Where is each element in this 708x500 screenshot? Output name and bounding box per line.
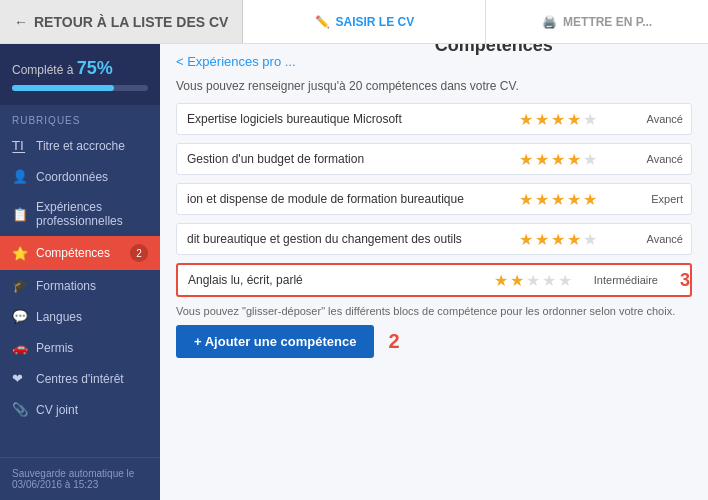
star-2: ★: [510, 271, 524, 290]
breadcrumb-back[interactable]: < Expériences pro ...: [176, 54, 296, 69]
stars-rating[interactable]: ★ ★ ★ ★ ★: [513, 230, 603, 249]
sidebar-item-cvjoint[interactable]: 📎 CV joint: [0, 394, 160, 425]
page-title: Compétences: [296, 44, 692, 60]
competence-row: ★ ★ ★ ★ ★ Expert: [176, 183, 692, 215]
layout-icon: 🖨️: [542, 15, 557, 29]
star-1: ★: [494, 271, 508, 290]
content-subtitle: Vous pouvez renseigner jusqu'à 20 compét…: [160, 73, 708, 103]
saisir-cv-tab[interactable]: ✏️ SAISIR LE CV: [243, 0, 486, 43]
level-label: Avancé: [611, 233, 691, 245]
sidebar-item-label: Formations: [36, 279, 96, 293]
star-3: ★: [551, 230, 565, 249]
competence-row: ★ ★ ★ ★ ★ Avancé: [176, 223, 692, 255]
back-icon: ←: [14, 14, 28, 30]
star-4: ★: [567, 190, 581, 209]
stars-rating[interactable]: ★ ★ ★ ★ ★: [488, 271, 578, 290]
completion-bar-background: [12, 85, 148, 91]
level-label: Intermédiaire: [586, 274, 666, 286]
add-button-label: + Ajouter une compétence: [194, 334, 356, 349]
completion-box: Complété à 75%: [0, 44, 160, 105]
completion-label: Complété à: [12, 63, 73, 77]
stars-rating[interactable]: ★ ★ ★ ★ ★: [513, 110, 603, 129]
graduation-icon: 🎓: [12, 278, 28, 293]
person-icon: 👤: [12, 169, 28, 184]
star-icon: ⭐: [12, 246, 28, 261]
sidebar-item-formations[interactable]: 🎓 Formations: [0, 270, 160, 301]
competences-list: ★ ★ ★ ★ ★ Avancé ★ ★ ★ ★ ★ Avancé: [160, 103, 708, 297]
star-3: ★: [551, 110, 565, 129]
sidebar-item-coordonnees[interactable]: 👤 Coordonnées: [0, 161, 160, 192]
speech-icon: 💬: [12, 309, 28, 324]
rubriques-label: RUBRIQUES: [0, 105, 160, 130]
content-area: < Expériences pro ... Compétences Vous p…: [160, 44, 708, 500]
top-navigation: ← RETOUR À LA LISTE DES CV ✏️ SAISIR LE …: [0, 0, 708, 44]
briefcase-icon: 📋: [12, 207, 28, 222]
sidebar-item-langues[interactable]: 💬 Langues: [0, 301, 160, 332]
star-1: ★: [519, 190, 533, 209]
completion-percentage: 75%: [77, 58, 113, 78]
sidebar-item-label: Titre et accroche: [36, 139, 125, 153]
star-2: ★: [535, 230, 549, 249]
sidebar-item-label: Permis: [36, 341, 73, 355]
competence-row: ★ ★ ★ ★ ★ Avancé: [176, 143, 692, 175]
star-2: ★: [535, 150, 549, 169]
star-3: ★: [551, 190, 565, 209]
star-2: ★: [535, 190, 549, 209]
level-label: Avancé: [611, 153, 691, 165]
sidebar-item-label: CV joint: [36, 403, 78, 417]
sidebar-item-centres[interactable]: ❤ Centres d'intérêt: [0, 363, 160, 394]
star-1: ★: [519, 110, 533, 129]
sidebar-item-label: Langues: [36, 310, 82, 324]
star-4: ★: [542, 271, 556, 290]
mettre-label: METTRE EN P...: [563, 15, 652, 29]
paperclip-icon: 📎: [12, 402, 28, 417]
sidebar-item-titre[interactable]: T̲I̲ Titre et accroche: [0, 130, 160, 161]
annotation-2: 2: [388, 330, 399, 353]
star-5: ★: [583, 150, 597, 169]
active-badge: 2: [130, 244, 148, 262]
competence-input[interactable]: [177, 144, 505, 174]
competence-input[interactable]: [178, 265, 480, 295]
add-competence-button[interactable]: + Ajouter une compétence: [176, 325, 374, 358]
sidebar-item-permis[interactable]: 🚗 Permis: [0, 332, 160, 363]
competence-row: ★ ★ ★ ★ ★ Avancé: [176, 103, 692, 135]
star-5: ★: [558, 271, 572, 290]
competence-row-highlighted: ★ ★ ★ ★ ★ Intermédiaire 3: [176, 263, 692, 297]
drag-hint: Vous pouvez "glisser-déposer" les différ…: [176, 305, 692, 317]
star-2: ★: [535, 110, 549, 129]
bottom-section: Vous pouvez "glisser-déposer" les différ…: [160, 297, 708, 368]
star-3: ★: [551, 150, 565, 169]
mettre-en-page-tab[interactable]: 🖨️ METTRE EN P...: [486, 0, 708, 43]
star-5: ★: [583, 110, 597, 129]
back-label: RETOUR À LA LISTE DES CV: [34, 14, 228, 30]
competence-input[interactable]: [177, 184, 505, 214]
sidebar-item-label: Compétences: [36, 246, 110, 260]
stars-rating[interactable]: ★ ★ ★ ★ ★: [513, 190, 603, 209]
sidebar-item-label: Centres d'intérêt: [36, 372, 124, 386]
star-4: ★: [567, 230, 581, 249]
annotation-3: 3: [680, 270, 690, 291]
autosave-label: Sauvegarde automatique le 03/06/2016 à 1…: [0, 457, 160, 500]
car-icon: 🚗: [12, 340, 28, 355]
sidebar-item-experiences[interactable]: 📋 Expériences professionnelles: [0, 192, 160, 236]
star-1: ★: [519, 230, 533, 249]
star-4: ★: [567, 150, 581, 169]
sidebar-item-label: Expériences professionnelles: [36, 200, 148, 228]
completion-bar-fill: [12, 85, 114, 91]
star-1: ★: [519, 150, 533, 169]
sidebar: Complété à 75% RUBRIQUES T̲I̲ Titre et a…: [0, 44, 160, 500]
star-3: ★: [526, 271, 540, 290]
star-5: ★: [583, 230, 597, 249]
sidebar-item-competences[interactable]: ⭐ Compétences 2: [0, 236, 160, 270]
text-icon: T̲I̲: [12, 138, 28, 153]
heart-icon: ❤: [12, 371, 28, 386]
main-layout: Complété à 75% RUBRIQUES T̲I̲ Titre et a…: [0, 44, 708, 500]
competence-input[interactable]: [177, 224, 505, 254]
pencil-icon: ✏️: [315, 15, 330, 29]
level-label: Expert: [611, 193, 691, 205]
level-label: Avancé: [611, 113, 691, 125]
stars-rating[interactable]: ★ ★ ★ ★ ★: [513, 150, 603, 169]
competence-input[interactable]: [177, 104, 505, 134]
back-to-list-button[interactable]: ← RETOUR À LA LISTE DES CV: [0, 0, 243, 43]
sidebar-item-label: Coordonnées: [36, 170, 108, 184]
